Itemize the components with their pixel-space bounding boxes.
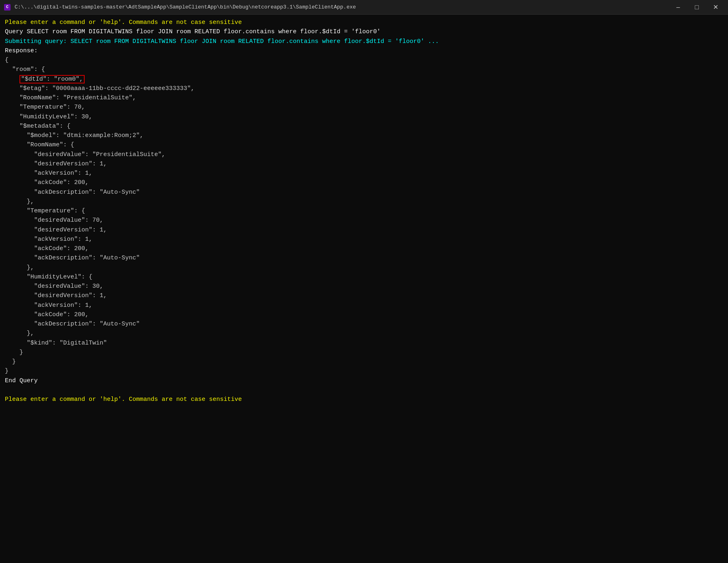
- json-ack-code-200b: "ackCode": 200,: [5, 244, 723, 253]
- dtid-highlighted: "$dtId": "room0",: [19, 75, 85, 83]
- json-close-brace-c: },: [5, 329, 723, 338]
- end-query-line: End Query: [5, 376, 723, 385]
- json-humidity-line: "HumidityLevel": 30,: [5, 112, 723, 122]
- json-desired-value-70: "desiredValue": 70,: [5, 216, 723, 225]
- json-etag-line: "$etag": "0000aaaa-11bb-cccc-dd22-eeeeee…: [5, 84, 723, 93]
- json-close-outer: }: [5, 366, 723, 376]
- json-desired-version-1b: "desiredVersion": 1,: [5, 225, 723, 235]
- prompt-line-1: Please enter a command or 'help'. Comman…: [5, 18, 723, 27]
- close-button[interactable]: ✕: [706, 0, 725, 15]
- json-ack-desc-a: "ackDescription": "Auto-Sync": [5, 188, 723, 197]
- json-metadata-open: "$metadata": {: [5, 122, 723, 131]
- console-window: C C:\...\digital-twins-samples-master\Ad…: [0, 0, 728, 563]
- json-humidity-meta-open: "HumidityLevel": {: [5, 272, 723, 282]
- json-ack-version-1b: "ackVersion": 1,: [5, 235, 723, 244]
- json-desired-version-1c: "desiredVersion": 1,: [5, 291, 723, 300]
- window-controls: – □ ✕: [669, 0, 725, 15]
- json-ack-desc-c: "ackDescription": "Auto-Sync": [5, 319, 723, 329]
- app-icon: C: [3, 3, 11, 11]
- console-area[interactable]: Please enter a command or 'help'. Comman…: [0, 15, 728, 563]
- json-dtid-line: "$dtId": "room0",: [5, 75, 723, 84]
- json-ack-code-200c: "ackCode": 200,: [5, 310, 723, 319]
- json-close-inner: }: [5, 348, 723, 357]
- maximize-button[interactable]: □: [687, 0, 706, 15]
- title-bar: C C:\...\digital-twins-samples-master\Ad…: [0, 0, 728, 15]
- json-desired-value-30: "desiredValue": 30,: [5, 282, 723, 291]
- json-close-room: }: [5, 357, 723, 366]
- response-line: Response:: [5, 46, 723, 56]
- json-ack-desc-b: "ackDescription": "Auto-Sync": [5, 253, 723, 263]
- json-desired-version-1a: "desiredVersion": 1,: [5, 159, 723, 169]
- json-kind-line: "$kind": "DigitalTwin": [5, 338, 723, 348]
- blank-line: [5, 385, 723, 395]
- json-ack-code-200a: "ackCode": 200,: [5, 178, 723, 187]
- json-model-line: "$model": "dtmi:example:Room;2",: [5, 131, 723, 140]
- json-temperature-meta-open: "Temperature": {: [5, 206, 723, 216]
- minimize-button[interactable]: –: [669, 0, 687, 15]
- window-title: C:\...\digital-twins-samples-master\AdtS…: [15, 4, 669, 10]
- json-close-brace-b: },: [5, 263, 723, 272]
- json-open-brace: {: [5, 56, 723, 65]
- json-ack-version-1a: "ackVersion": 1,: [5, 169, 723, 178]
- json-close-brace-a: },: [5, 197, 723, 206]
- query-line: Query SELECT room FROM DIGITALTWINS floo…: [5, 27, 723, 36]
- prompt-line-2: Please enter a command or 'help'. Comman…: [5, 395, 723, 404]
- json-temperature-line: "Temperature": 70,: [5, 103, 723, 112]
- json-roomname-meta-open: "RoomName": {: [5, 140, 723, 150]
- submitting-line: Submitting query: SELECT room FROM DIGIT…: [5, 37, 723, 46]
- json-desired-value-ps: "desiredValue": "PresidentialSuite",: [5, 150, 723, 159]
- json-roomname-line: "RoomName": "PresidentialSuite",: [5, 93, 723, 103]
- json-ack-version-1c: "ackVersion": 1,: [5, 301, 723, 310]
- app-icon-inner: C: [4, 4, 11, 11]
- json-room-open: "room": {: [5, 65, 723, 74]
